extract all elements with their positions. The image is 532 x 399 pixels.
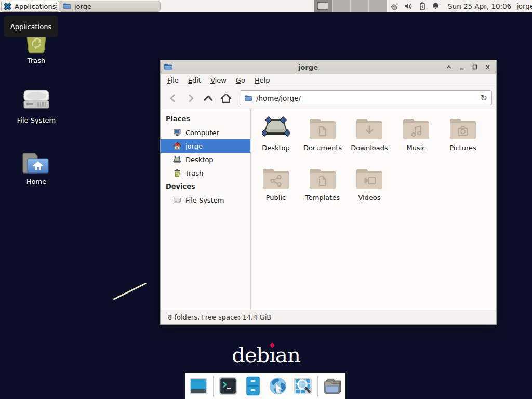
debian-i-dot: ı [269,343,275,367]
folder-item-templates[interactable]: Templates [299,166,346,216]
sidebar-item-label: File System [185,196,224,204]
folder-document-icon [309,116,337,142]
battery-icon[interactable] [418,2,427,11]
folder-item-music[interactable]: Music [393,116,440,166]
workspace-window-thumb [317,2,328,10]
volume-icon[interactable] [404,2,413,11]
folder-item-label: Documents [303,144,342,152]
maximize-button[interactable] [469,62,480,73]
folder-item-label: Desktop [262,144,290,152]
sidebar-item-label: Computer [185,129,219,137]
menu-go[interactable]: Go [231,74,250,87]
workspace-pager[interactable] [314,0,387,12]
home-button[interactable] [218,90,234,106]
toolbar: /home/jorge/ ↻ [161,87,496,109]
folder-item-desktop[interactable]: Desktop [252,116,299,166]
sidebar-item-file-system[interactable]: File System [161,193,250,207]
folder-item-documents[interactable]: Documents [299,116,346,166]
path-folder-icon [244,94,252,102]
applications-menu-button[interactable]: Applications [1,1,60,12]
folder-video-icon [355,166,383,192]
sidebar-item-label: Trash [185,169,203,177]
path-bar[interactable]: /home/jorge/ ↻ [240,90,492,105]
sidebar-item-trash[interactable]: Trash [161,166,250,180]
folder-view: Desktop Documents [251,109,496,310]
user-menu[interactable]: jorge [516,0,532,12]
sidebar-item-label: Desktop [185,156,214,164]
folder-camera-icon [449,116,477,142]
sidebar-item-computer[interactable]: Computer [161,126,250,139]
sidebar-item-label: jorge [185,142,203,150]
workspace-1[interactable] [314,0,332,12]
menu-view[interactable]: View [206,74,231,87]
folder-item-label: Music [407,144,426,152]
menu-edit[interactable]: Edit [183,74,206,87]
desktop-icon-label: Trash [28,57,45,64]
sidebar-header-devices: Devices [161,180,250,193]
clock[interactable]: Sun 25 Apr, 10:06 [448,0,511,12]
applications-menu-label: Applications [15,3,56,10]
terminal-icon[interactable] [218,376,238,396]
stray-line-artifact [113,282,147,300]
hard-drive-icon [22,89,51,110]
desktop-icon-file-system[interactable]: File System [8,89,65,124]
folder-item-label: Templates [305,194,340,202]
shade-button[interactable] [443,62,454,73]
folder-icon [63,2,71,10]
menubar: File Edit View Go Help [161,74,496,87]
sidebar-item-desktop[interactable]: Desktop [161,153,250,166]
statusbar: 8 folders, Free space: 14.4 GiB [161,310,496,324]
debian-logo: debıan [0,343,532,367]
file-cabinet-icon[interactable] [243,376,263,396]
path-value[interactable]: /home/jorge/ [256,94,301,102]
home-red-roof-icon [173,142,181,150]
sidebar-item-jorge[interactable]: jorge [161,139,250,153]
file-manager-folders-icon[interactable] [322,376,343,396]
folder-download-icon [355,116,383,142]
folder-item-label: Downloads [351,144,388,152]
reload-icon[interactable]: ↻ [481,94,487,102]
workspace-4[interactable] [369,0,387,12]
titlebar[interactable]: jorge [161,60,496,74]
folder-item-public[interactable]: Public [252,166,299,216]
show-desktop-icon[interactable] [188,376,209,396]
folder-item-downloads[interactable]: Downloads [346,116,393,166]
dock [185,373,345,399]
web-browser-globe-icon[interactable] [268,376,288,396]
folder-item-pictures[interactable]: Pictures [440,116,486,166]
up-button[interactable] [200,90,217,106]
tasklist-handle[interactable] [56,2,57,10]
notification-bell-icon[interactable] [431,2,440,11]
folder-share-icon [262,166,290,192]
back-button[interactable] [165,90,181,106]
workspace-2[interactable] [332,0,351,12]
desktop-mini-icon [173,155,181,164]
taskbar-button-label: jorge [74,3,91,10]
folder-music-icon [402,116,430,142]
desktop-icon-label: File System [17,116,56,124]
dock-separator [317,376,318,396]
window-folder-icon [164,62,173,72]
folder-template-icon [309,166,337,192]
window-title: jorge [173,63,443,71]
sidebar-header-places: Places [161,112,250,126]
file-manager-window: jorge File Edit View Go Help [160,60,497,325]
forward-button[interactable] [182,90,199,106]
menu-file[interactable]: File [163,74,183,87]
applications-tooltip: Applications [4,16,58,37]
computer-icon [173,128,181,137]
hard-drive-mini-icon [173,196,181,204]
minimize-button[interactable] [456,62,467,73]
folder-item-videos[interactable]: Videos [346,166,393,216]
menu-help[interactable]: Help [250,74,275,87]
desktop-icon-label: Home [26,178,46,185]
application-finder-icon[interactable] [292,376,313,396]
statusbar-text: 8 folders, Free space: 14.4 GiB [168,313,271,321]
trash-mini-icon [173,169,181,177]
taskbar-button[interactable]: jorge [59,1,161,12]
workspace-3[interactable] [351,0,369,12]
mouse-icon[interactable] [389,2,399,11]
folder-item-label: Pictures [449,144,476,152]
close-button[interactable] [482,62,493,73]
desktop-icon-home[interactable]: Home [8,151,65,185]
